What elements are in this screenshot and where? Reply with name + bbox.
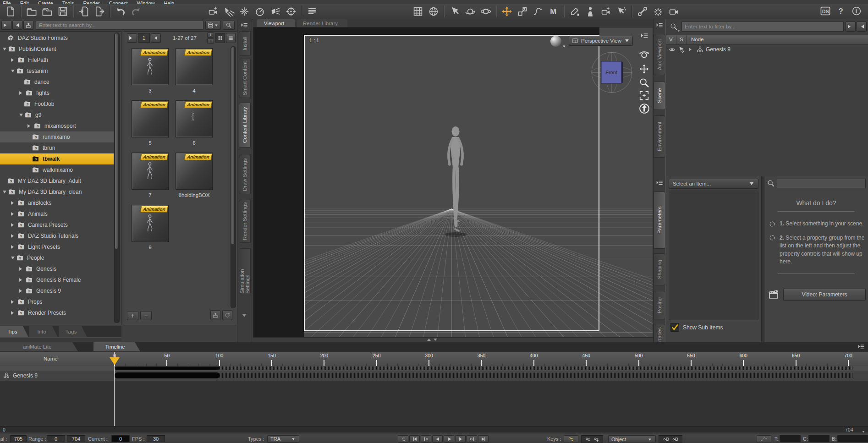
genesis9-figure[interactable] <box>435 125 476 235</box>
b-field[interactable] <box>837 435 868 442</box>
scene-list-icon[interactable] <box>306 6 318 17</box>
tab-smart-content[interactable]: Smart Content <box>239 59 251 98</box>
surface-paint-icon[interactable] <box>569 6 581 17</box>
frame-view-icon[interactable] <box>638 90 650 101</box>
thumbnail-7[interactable]: Animation7 <box>131 153 170 198</box>
scale-tool-icon[interactable] <box>516 6 528 17</box>
key-copy-icon[interactable] <box>662 436 670 443</box>
list-view-icon[interactable] <box>226 33 236 43</box>
camera-create-icon[interactable] <box>600 6 612 17</box>
gear-tool-icon[interactable] <box>652 6 664 17</box>
tab-timeline[interactable]: Timeline <box>93 342 140 351</box>
page-number-input[interactable] <box>138 33 150 43</box>
tree-item-tbwalk[interactable]: Stbwalk <box>0 153 114 164</box>
scene-filter-icon[interactable] <box>670 22 678 31</box>
about-button[interactable]: i <box>851 5 863 16</box>
key-minus-icon[interactable] <box>584 436 592 442</box>
grid-view-icon[interactable] <box>215 33 225 43</box>
tab-posing[interactable]: Posing <box>654 291 665 319</box>
step-forward-icon[interactable] <box>455 435 466 443</box>
tree-item-animals[interactable]: SAnimals <box>0 208 114 219</box>
tree-expander-icon[interactable] <box>11 58 16 62</box>
tree-item-people[interactable]: SPeople <box>0 252 114 263</box>
reset-view-icon[interactable] <box>638 103 650 115</box>
tree-expander-icon[interactable] <box>11 257 15 261</box>
open-recent-icon[interactable] <box>41 6 53 17</box>
joint-editor-icon[interactable] <box>637 6 648 17</box>
node-expander-icon[interactable] <box>689 48 693 51</box>
tab-draw-settings[interactable]: Draw Settings <box>239 155 251 194</box>
thumbnail-9[interactable]: Animation9 <box>131 205 170 250</box>
open-file-icon[interactable] <box>26 6 38 17</box>
go-to-start-icon[interactable] <box>409 435 420 443</box>
spray-tool-icon[interactable] <box>615 6 627 17</box>
thumbnail-6[interactable]: Animation6 <box>175 100 214 146</box>
figure-tool-icon[interactable] <box>584 6 596 17</box>
range-end-field[interactable]: 704 <box>67 435 85 442</box>
create-target-icon[interactable] <box>285 6 297 17</box>
thumbnail-scrollbar[interactable] <box>231 46 236 308</box>
playhead-marker[interactable] <box>110 357 120 370</box>
tab-install[interactable]: Install <box>239 31 251 56</box>
tab-shaping[interactable]: Shaping <box>654 253 665 285</box>
back-button[interactable] <box>1 21 11 30</box>
forward-button[interactable] <box>12 21 22 30</box>
drawstyle-sphere-icon[interactable] <box>550 36 561 47</box>
key-plus-icon[interactable] <box>593 436 600 442</box>
universal-tool-icon[interactable] <box>480 6 492 17</box>
tree-expander-icon[interactable] <box>11 70 15 74</box>
search-icon[interactable] <box>223 21 235 30</box>
track-label-genesis9[interactable]: Genesis 9 <box>3 372 38 379</box>
create-point-light-icon[interactable] <box>238 6 250 17</box>
tree-item-genesis-9[interactable]: SGenesis 9 <box>0 285 114 296</box>
tree-item-g9[interactable]: Sg9 <box>0 109 114 120</box>
viewport-pane-menu-icon[interactable] <box>639 31 649 40</box>
pan-view-icon[interactable] <box>638 63 650 75</box>
tab-tags[interactable]: Tags <box>59 326 87 337</box>
tree-expander-icon[interactable] <box>19 267 24 271</box>
render-camera-icon[interactable] <box>668 6 680 17</box>
tree-item-testanim[interactable]: Stestanim <box>0 66 114 77</box>
tree-item-mixamosport[interactable]: Smixamosport <box>0 120 114 131</box>
tree-expander-icon[interactable] <box>11 223 16 227</box>
view-selector-dropdown[interactable]: Perspective View <box>569 36 633 46</box>
tree-item-light-presets[interactable]: SLight Presets <box>0 241 114 252</box>
tree-item-footjob[interactable]: SFootJob <box>0 98 114 109</box>
timeline-ruler[interactable]: 0501001502002503003504004505005506006507… <box>0 352 868 366</box>
key-paste-icon[interactable] <box>671 436 679 443</box>
range-start-field[interactable]: 0 <box>47 435 65 442</box>
timeline-pane-menu-icon[interactable] <box>857 343 865 350</box>
thumbnail-5[interactable]: Animation5 <box>131 100 170 146</box>
tab-viewport[interactable]: Viewport <box>257 19 295 27</box>
tree-item-props[interactable]: SProps <box>0 296 114 307</box>
tree-item-daz-studio-formats[interactable]: SDAZ Studio Formats <box>0 33 114 44</box>
tree-item-dance[interactable]: Sdance <box>0 77 114 88</box>
tree-expander-icon[interactable] <box>11 245 16 249</box>
property-group-list[interactable] <box>669 191 758 320</box>
thumb-size-decrease-button[interactable]: − <box>207 38 214 44</box>
node-select-icon[interactable] <box>449 6 461 17</box>
library-search-input[interactable] <box>36 21 203 30</box>
video-parameters-button[interactable]: Video: Parameters <box>783 289 866 301</box>
track-keys-solid[interactable] <box>115 372 220 378</box>
tree-item-my-daz-3d-library-clean[interactable]: SMy DAZ 3D Library_clean <box>0 186 114 197</box>
track-keys-ticks[interactable] <box>220 373 852 378</box>
move-up-folder-icon[interactable] <box>210 310 220 320</box>
up-directory-button[interactable] <box>23 21 33 30</box>
add-content-button[interactable]: + <box>127 311 138 320</box>
tab-render-library[interactable]: Render Library <box>297 19 347 27</box>
tree-item-genesis[interactable]: SGenesis <box>0 263 114 274</box>
database-filter-button[interactable] <box>205 21 221 30</box>
next-key-icon[interactable] <box>467 435 477 443</box>
types-dropdown[interactable]: TRA <box>267 435 299 443</box>
tree-expander-icon[interactable] <box>11 212 16 216</box>
scene-next-button[interactable] <box>857 22 867 32</box>
tree-expander-icon[interactable] <box>27 124 32 128</box>
curve-tool-icon[interactable] <box>532 6 544 17</box>
tree-expander-icon[interactable] <box>11 201 16 205</box>
viewport-canvas[interactable]: 1 : 1 Perspective View Front <box>253 27 653 338</box>
scene-filter-input[interactable] <box>681 22 844 32</box>
export-icon[interactable] <box>93 6 105 17</box>
interpolation-curve-icon[interactable] <box>757 435 771 443</box>
tree-scrollbar[interactable] <box>114 33 120 323</box>
